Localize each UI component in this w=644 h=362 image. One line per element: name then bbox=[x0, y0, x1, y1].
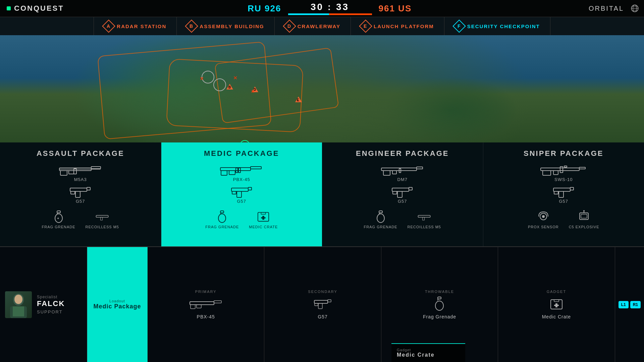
map-area[interactable]: B D E V A ✕ ✕ ✕ ●●● bbox=[0, 35, 644, 142]
svg-rect-36 bbox=[96, 215, 108, 217]
button-hints-area: L1 R1 bbox=[615, 247, 644, 362]
svg-rect-92 bbox=[191, 305, 195, 309]
obj-badge-f: F bbox=[452, 19, 466, 33]
loadout-area[interactable]: Loadout Medic Package bbox=[87, 247, 148, 362]
medic-gadget1-name: FRAG GRENADE bbox=[205, 225, 239, 229]
secondary-equip[interactable]: SECONDARY G57 bbox=[264, 247, 381, 362]
sniper-package[interactable]: SNIPER PACKAGE SWS-10 bbox=[483, 142, 644, 246]
specialist-label: Specialist bbox=[37, 295, 65, 299]
dm7-icon bbox=[381, 163, 424, 176]
svg-point-65 bbox=[377, 214, 384, 223]
obj-label-a: RADAR STATION bbox=[117, 23, 166, 29]
svg-rect-24 bbox=[69, 171, 74, 174]
svg-rect-62 bbox=[409, 187, 412, 190]
secondary-label: SECONDARY bbox=[308, 290, 337, 294]
engineer-gadget2: RECOILLESS M5 bbox=[408, 210, 441, 229]
medic-gadget1: FRAG GRENADE bbox=[205, 210, 239, 229]
sniper-primary-row: SWS-10 bbox=[540, 163, 587, 182]
engineer-primary-row: DM7 bbox=[381, 163, 424, 182]
svg-rect-89 bbox=[190, 302, 214, 305]
engineer-package[interactable]: ENGINEER PACKAGE DM7 bbox=[322, 142, 483, 246]
sws10-icon bbox=[540, 163, 587, 176]
svg-rect-64 bbox=[379, 211, 382, 213]
objective-b[interactable]: B ASSEMBLY BUILDING bbox=[177, 17, 274, 35]
assault-secondary-name: G57 bbox=[76, 199, 85, 204]
svg-rect-39 bbox=[251, 167, 261, 169]
svg-rect-82 bbox=[581, 214, 587, 218]
svg-rect-60 bbox=[392, 188, 409, 191]
assault-gadget1-name: FRAG GRENADE bbox=[42, 225, 75, 229]
objective-d[interactable]: D CRAWLERWAY bbox=[275, 17, 351, 35]
sniper-gadget1: PROX SENSOR bbox=[528, 210, 559, 229]
gadget-equip-icon bbox=[549, 296, 564, 311]
timer-container: 30 : 33 bbox=[288, 2, 372, 15]
frag-grenade-medic-icon bbox=[215, 210, 229, 223]
sniper-title: SNIPER PACKAGE bbox=[524, 149, 603, 158]
obj-label-e: LAUNCH PLATFORM bbox=[374, 23, 434, 29]
bottom-bar: Specialist FALCK SUPPORT Loadout Medic P… bbox=[0, 246, 644, 362]
primary-weapon-icon bbox=[189, 296, 223, 311]
ru-progress bbox=[288, 13, 329, 15]
sniper-secondary-name: G57 bbox=[559, 199, 568, 204]
gadget-equip[interactable]: Gadget Medic Crate bbox=[498, 247, 615, 362]
medic-primary-name: PBX-45 bbox=[233, 177, 250, 182]
objective-e[interactable]: E LAUNCH PLATFORM bbox=[351, 17, 444, 35]
engineer-gadget1: FRAG GRENADE bbox=[364, 210, 397, 229]
objective-a[interactable]: A RADAR STATION bbox=[94, 17, 177, 35]
assault-title: ASSAULT PACKAGE bbox=[37, 149, 124, 158]
g57-sniper-icon bbox=[553, 185, 575, 198]
obj-badge-a: A bbox=[102, 19, 116, 33]
sniper-gadget1-name: PROX SENSOR bbox=[528, 225, 559, 229]
svg-text:✦: ✦ bbox=[57, 217, 59, 220]
secondary-weapon-icon bbox=[314, 296, 332, 311]
sniper-gadget2: C5 EXPLOSIVE bbox=[569, 210, 599, 229]
obj-label-b: ASSEMBLY BUILDING bbox=[200, 23, 264, 29]
engineer-secondary-name: G57 bbox=[398, 199, 407, 204]
r1-button[interactable]: R1 bbox=[630, 301, 641, 308]
svg-rect-103 bbox=[554, 305, 559, 306]
svg-rect-70 bbox=[579, 167, 585, 169]
engineer-gadgets: FRAG GRENADE RECOILLESS M5 bbox=[364, 210, 441, 229]
medic-gadgets: FRAG GRENADE MEDIC CRATE bbox=[205, 210, 278, 229]
assault-gadget2: RECOILLESS M5 bbox=[86, 210, 119, 229]
primary-equip[interactable]: Primary PBX-45 bbox=[148, 247, 264, 362]
svg-rect-95 bbox=[328, 300, 331, 302]
svg-rect-76 bbox=[559, 191, 564, 197]
medic-primary-row: PBX-45 bbox=[220, 163, 263, 182]
primary-label: Primary bbox=[195, 290, 217, 294]
globe-icon[interactable] bbox=[631, 2, 644, 15]
obj-badge-b: B bbox=[185, 19, 198, 33]
game-timer: 30 : 33 bbox=[311, 2, 349, 12]
svg-rect-41 bbox=[221, 171, 227, 175]
medic-package[interactable]: MEDIC PACKAGE PBX-45 bbox=[161, 142, 322, 246]
assault-package[interactable]: ASSAULT PACKAGE M5A3 bbox=[0, 142, 161, 246]
engineer-secondary-row: G57 bbox=[391, 185, 413, 204]
medic-gadget2: MEDIC CRATE bbox=[249, 210, 278, 229]
assault-primary-row: M5A3 bbox=[59, 163, 102, 182]
svg-rect-45 bbox=[237, 191, 241, 197]
svg-rect-56 bbox=[417, 167, 423, 169]
specialist-area: Specialist FALCK SUPPORT bbox=[0, 247, 87, 362]
svg-line-99 bbox=[437, 299, 438, 300]
svg-rect-31 bbox=[71, 191, 75, 194]
l1-button[interactable]: L1 bbox=[619, 301, 629, 308]
objective-f[interactable]: F SECURITY CHECKPOINT bbox=[444, 17, 550, 35]
obj-label-d: CRAWLERWAY bbox=[298, 23, 340, 29]
g57-engineer-icon bbox=[391, 185, 413, 198]
pbx45-icon bbox=[220, 163, 263, 176]
svg-rect-75 bbox=[553, 188, 570, 191]
obj-label-f: SECURITY CHECKPOINT bbox=[467, 23, 540, 29]
assault-gadgets: ✦ FRAG GRENADE RECOILLESS M5 bbox=[42, 210, 119, 229]
frag-grenade-engineer-icon bbox=[374, 210, 387, 223]
prox-sensor-icon bbox=[537, 210, 550, 223]
svg-rect-25 bbox=[60, 171, 67, 175]
svg-point-80 bbox=[542, 215, 545, 218]
us-score: 961 US bbox=[372, 3, 419, 14]
svg-rect-68 bbox=[422, 217, 424, 220]
score-area: RU 926 30 : 33 961 US bbox=[71, 2, 589, 15]
svg-rect-90 bbox=[214, 301, 221, 303]
svg-point-87 bbox=[14, 295, 22, 304]
medic-crate-overlay: Gadget Medic Crate bbox=[391, 343, 465, 362]
svg-rect-47 bbox=[232, 191, 236, 194]
medic-secondary-name: G57 bbox=[237, 199, 246, 204]
